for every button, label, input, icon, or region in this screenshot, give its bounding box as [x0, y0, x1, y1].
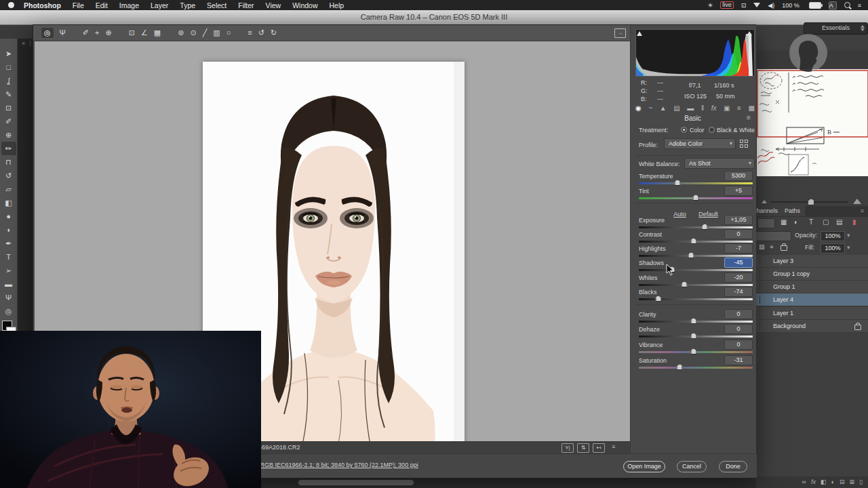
fullscreen-toggle-icon[interactable]: →	[614, 28, 626, 38]
swap-settings-icon[interactable]: ⇅	[577, 443, 589, 453]
menu-edit[interactable]: Edit	[96, 1, 108, 9]
slider-thumb[interactable]	[690, 333, 696, 339]
lasso-tool-icon[interactable]: ʆ	[1, 74, 16, 87]
menu-type[interactable]: Type	[180, 1, 195, 9]
apple-menu-icon[interactable]	[8, 2, 14, 8]
crop-tool-icon[interactable]: ⊡	[129, 29, 135, 37]
red-eye-tool-icon[interactable]: ⊙	[190, 29, 196, 37]
move-tool-icon[interactable]: ➤	[1, 47, 16, 60]
layer-row[interactable]: Layer 4	[756, 293, 868, 306]
basic-panel-menu-icon[interactable]: ≡	[747, 114, 751, 121]
highlights-value[interactable]: -7	[724, 243, 753, 253]
slider-thumb[interactable]	[690, 318, 696, 324]
graduated-filter-tool-icon[interactable]: ▥	[213, 29, 220, 37]
filmstrip-menu-icon[interactable]: ≡	[608, 443, 619, 451]
tab-paths[interactable]: Paths	[779, 206, 806, 216]
whites-value[interactable]: -20	[724, 272, 753, 283]
saturation-value[interactable]: -31	[724, 355, 753, 365]
tab-hsl-icon[interactable]: ▤	[673, 104, 679, 113]
layer-row[interactable]: Layer 1	[756, 307, 868, 320]
blacks-slider[interactable]: Blacks -74	[639, 289, 753, 309]
white-balance-tool-icon[interactable]: ✐	[83, 29, 89, 37]
window-title-bar[interactable]: Camera Raw 10.4 – Canon EOS 5D Mark III	[0, 10, 868, 25]
treatment-color-label[interactable]: Color	[690, 127, 705, 134]
healing-brush-tool-icon[interactable]: ⊕	[1, 128, 16, 142]
adjustment-brush-tool-icon[interactable]: ╱	[203, 29, 208, 37]
tab-close-icon[interactable]: ×	[22, 40, 25, 47]
type-filter-icon[interactable]: T	[809, 218, 813, 226]
shape-tool-icon[interactable]: ▬	[1, 277, 16, 291]
treatment-bw-label[interactable]: Black & White	[717, 127, 755, 134]
tab-detail-icon[interactable]: ▲	[660, 104, 667, 113]
slider-thumb[interactable]	[675, 180, 681, 186]
hand-tool-icon[interactable]: Ψ	[1, 291, 16, 304]
highlight-clipping-icon[interactable]	[747, 31, 752, 36]
slider-thumb[interactable]	[688, 252, 694, 258]
saturation-slider[interactable]: Saturation -31	[639, 357, 753, 378]
quick-selection-tool-icon[interactable]: ✎	[1, 87, 16, 101]
color-sampler-tool-icon[interactable]: +	[95, 29, 99, 37]
blacks-value[interactable]: -74	[724, 287, 753, 297]
targeted-adjustment-tool-icon[interactable]: ⊕	[105, 29, 111, 37]
before-after-toggle[interactable]: Y|	[561, 443, 574, 453]
workflow-options-link[interactable]: sRGB IEC61966-2.1; 8 bit; 3840 by 5760 (…	[257, 462, 418, 468]
tab-calibration-icon[interactable]: ▣	[724, 104, 730, 113]
layer-row[interactable]: Group 1 copy	[756, 268, 868, 281]
tab-split-toning-icon[interactable]: ▬	[687, 104, 694, 113]
layer-row[interactable]: Layer 3	[756, 255, 868, 268]
input-source-icon[interactable]: A	[829, 1, 837, 9]
slider-thumb[interactable]	[677, 364, 683, 370]
dehaze-value[interactable]: 0	[724, 324, 753, 334]
opacity-caret-icon[interactable]: ▾	[847, 232, 850, 239]
treatment-bw-radio[interactable]	[709, 127, 715, 133]
tab-snapshots-icon[interactable]: ▩	[749, 104, 755, 113]
path-selection-tool-icon[interactable]: ➢	[1, 264, 16, 277]
tab-lens-corrections-icon[interactable]: ‖	[701, 104, 704, 113]
slider-thumb[interactable]	[682, 281, 688, 287]
tab-basic-icon[interactable]: ◉	[635, 104, 642, 113]
slider-thumb[interactable]	[702, 224, 708, 230]
slider-thumb[interactable]	[690, 348, 696, 354]
clone-stamp-tool-icon[interactable]: ⊓	[1, 155, 16, 169]
workspace-switcher[interactable]: Essentials	[804, 22, 868, 35]
history-brush-tool-icon[interactable]: ↺	[1, 169, 16, 182]
tab-tone-curve-icon[interactable]: ~	[648, 104, 652, 113]
lock-position-icon[interactable]: +	[770, 243, 774, 251]
profile-select[interactable]: Adobe Color ▾	[664, 138, 736, 149]
shape-filter-icon[interactable]: ▢	[823, 218, 829, 226]
menu-help[interactable]: Help	[330, 1, 344, 9]
menu-filter[interactable]: Filter	[238, 1, 254, 9]
tint-value[interactable]: +5	[724, 186, 753, 196]
dodge-tool-icon[interactable]: ◖	[1, 223, 16, 237]
display-icon[interactable]: ⊡	[741, 2, 747, 9]
spot-removal-tool-icon[interactable]: ⊛	[178, 29, 184, 37]
filter-kind-select[interactable]	[757, 218, 775, 228]
transform-tool-icon[interactable]: ▦	[154, 29, 161, 37]
brush-tool-icon[interactable]: ✏	[1, 142, 16, 155]
menu-select[interactable]: Select	[207, 1, 226, 9]
rotate-right-icon[interactable]: ↻	[271, 29, 277, 37]
blend-mode-select[interactable]	[752, 231, 791, 241]
layer-mask-icon[interactable]: ◧	[821, 479, 827, 485]
new-layer-icon[interactable]: ⊞	[850, 479, 855, 485]
notification-center-icon[interactable]: ≡	[858, 2, 861, 9]
navigator-zoom-track[interactable]	[771, 201, 848, 203]
hand-tool-icon[interactable]: Ψ	[60, 29, 66, 37]
live-status-icon[interactable]: live	[720, 1, 734, 9]
contrast-value[interactable]: 0	[724, 229, 753, 239]
dock-filmstrip-icon[interactable]: ↤	[593, 443, 605, 453]
layer-styles-icon[interactable]: fx	[811, 479, 816, 485]
eyedropper-tool-icon[interactable]: ✐	[1, 115, 16, 128]
adjustment-layer-icon[interactable]: ◐	[831, 479, 835, 485]
zoom-tool-icon[interactable]: ◎	[1, 304, 16, 318]
spotlight-search-icon[interactable]	[844, 2, 850, 8]
pen-tool-icon[interactable]: ✒	[1, 237, 16, 250]
blur-tool-icon[interactable]: ●	[1, 209, 16, 223]
menu-photoshop[interactable]: Photoshop	[24, 1, 61, 9]
link-layers-icon[interactable]: ∞	[802, 479, 806, 485]
menu-view[interactable]: View	[266, 1, 281, 9]
shadows-value[interactable]: -45	[724, 258, 753, 268]
tab-effects-icon[interactable]: fx	[711, 104, 717, 113]
white-balance-select[interactable]: As Shot ▾	[684, 158, 755, 169]
radial-filter-tool-icon[interactable]: ○	[226, 29, 231, 37]
